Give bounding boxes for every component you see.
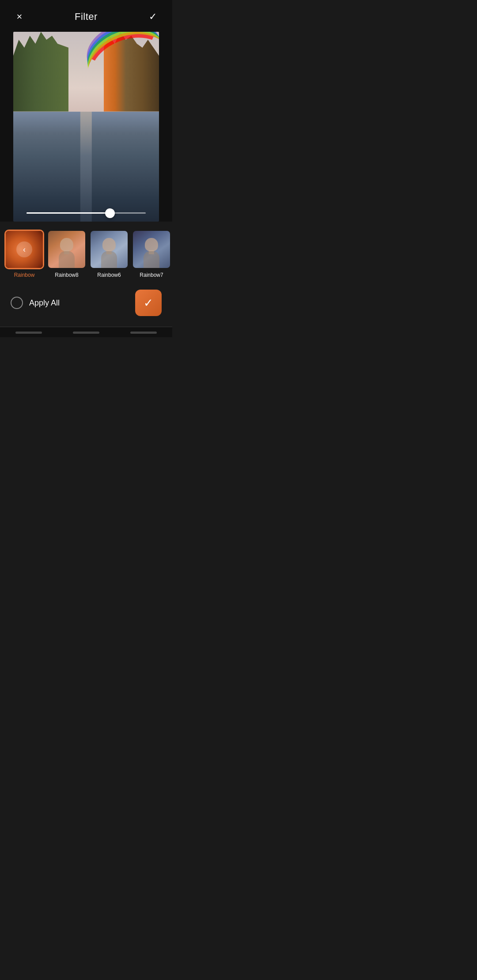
nav-bar-indicator-1 xyxy=(15,332,42,334)
filter-thumb-rainbow6 xyxy=(89,230,129,269)
face-silhouette xyxy=(54,234,80,268)
face-silhouette xyxy=(96,234,122,268)
filter-item-rainbow[interactable]: ‹ Rainbow xyxy=(4,230,44,278)
trees-left xyxy=(13,32,68,112)
intensity-slider-container[interactable] xyxy=(26,212,146,214)
filter-preview-rainbow: ‹ xyxy=(6,231,43,268)
apply-all-label: Apply All xyxy=(29,298,60,308)
filter-thumb-rainbow7 xyxy=(132,230,171,269)
filter-thumb-rainbow8 xyxy=(47,230,87,269)
slider-fill xyxy=(26,212,110,214)
filter-thumb-rainbow: ‹ xyxy=(4,230,44,269)
preview-container xyxy=(0,32,172,222)
checkmark-icon: ✓ xyxy=(149,11,157,23)
filter-label-rainbow: Rainbow xyxy=(14,272,35,278)
top-bar: × Filter ✓ xyxy=(0,0,172,32)
slider-track xyxy=(26,212,146,214)
scene-sky xyxy=(13,32,159,112)
apply-all-section: Apply All xyxy=(11,297,60,309)
back-arrow-icon: ‹ xyxy=(16,241,32,257)
close-button[interactable]: × xyxy=(11,8,28,26)
nav-bar-indicator-3 xyxy=(130,332,157,334)
apply-all-checkbox[interactable] xyxy=(11,297,23,309)
close-icon: × xyxy=(17,11,23,23)
filter-preview-rainbow7 xyxy=(133,231,170,268)
face-head xyxy=(145,238,158,251)
filter-item-rainbow7[interactable]: Rainbow7 xyxy=(132,230,171,278)
filter-item-rainbow6[interactable]: Rainbow6 xyxy=(89,230,129,278)
face-body xyxy=(144,251,159,268)
filter-preview-rainbow8 xyxy=(48,231,85,268)
apply-confirm-button[interactable]: ✓ xyxy=(135,290,162,316)
nav-bar xyxy=(0,327,172,337)
filter-label-rainbow6: Rainbow6 xyxy=(97,272,121,278)
preview-image xyxy=(13,32,159,222)
bottom-bar: Apply All ✓ xyxy=(0,283,172,327)
filter-preview-rainbow6 xyxy=(91,231,128,268)
face-body xyxy=(101,251,117,268)
vanishing-point xyxy=(80,112,92,222)
trees-right xyxy=(104,32,159,112)
page-title: Filter xyxy=(75,11,98,23)
apply-checkmark-icon: ✓ xyxy=(144,296,153,310)
face-head xyxy=(102,238,115,251)
filter-item-rainbow8[interactable]: Rainbow8 xyxy=(47,230,87,278)
confirm-button[interactable]: ✓ xyxy=(144,8,162,26)
face-silhouette xyxy=(139,234,165,268)
nav-bar-indicator-2 xyxy=(73,332,99,334)
slider-thumb[interactable] xyxy=(105,208,115,218)
filter-strip: ‹ Rainbow Rainbow8 xyxy=(0,222,172,283)
face-body xyxy=(59,251,74,268)
filter-label-rainbow8: Rainbow8 xyxy=(55,272,78,278)
scene-water xyxy=(13,112,159,222)
face-head xyxy=(60,238,73,251)
filter-label-rainbow7: Rainbow7 xyxy=(140,272,163,278)
